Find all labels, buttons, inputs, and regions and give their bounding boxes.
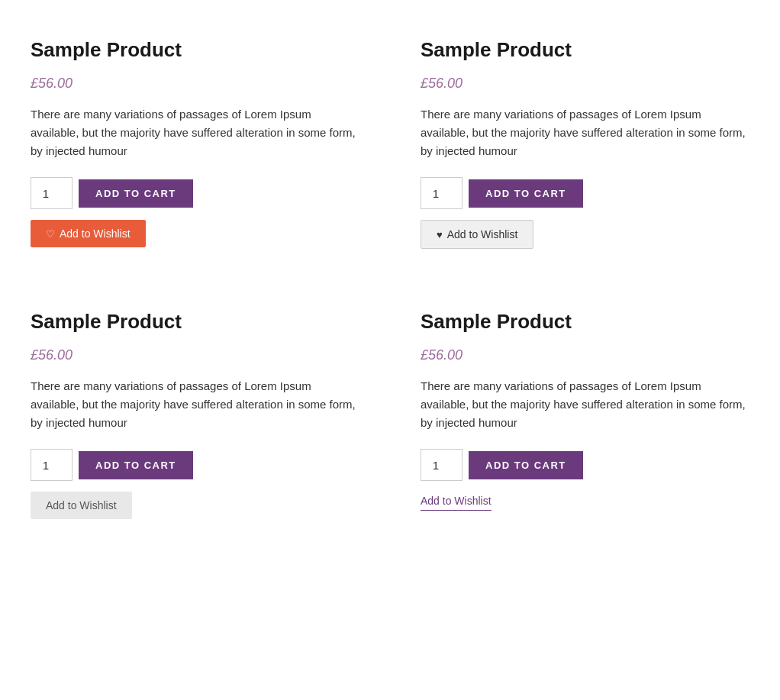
product-description-1: There are many variations of passages of… — [31, 105, 359, 160]
product-price-3: £56.00 — [31, 347, 359, 363]
wishlist-label-3: Add to Wishlist — [46, 499, 117, 511]
wishlist-label-1: Add to Wishlist — [60, 227, 131, 240]
product-price-2: £56.00 — [421, 76, 749, 92]
product-title-4: Sample Product — [421, 310, 749, 334]
product-price-4: £56.00 — [421, 347, 749, 363]
add-to-cart-button-4[interactable]: ADD TO CART — [469, 451, 583, 479]
cart-row-2: ADD TO CART — [421, 177, 749, 209]
product-description-2: There are many variations of passages of… — [421, 105, 749, 160]
wishlist-button-4[interactable]: Add to Wishlist — [421, 492, 492, 511]
cart-row-4: ADD TO CART — [421, 449, 749, 481]
products-grid: Sample Product £56.00 There are many var… — [31, 31, 749, 527]
product-price-1: £56.00 — [31, 76, 359, 92]
add-to-cart-button-2[interactable]: ADD TO CART — [469, 179, 583, 208]
wishlist-button-2[interactable]: Add to Wishlist — [421, 220, 533, 249]
add-to-cart-button-1[interactable]: ADD TO CART — [79, 179, 193, 208]
quantity-input-3[interactable] — [31, 449, 73, 481]
product-card-2: Sample Product £56.00 There are many var… — [421, 31, 749, 256]
product-card-4: Sample Product £56.00 There are many var… — [421, 302, 749, 527]
wishlist-button-3[interactable]: Add to Wishlist — [31, 492, 132, 519]
wishlist-label-4: Add to Wishlist — [421, 495, 492, 507]
product-title-3: Sample Product — [31, 310, 359, 334]
quantity-input-2[interactable] — [421, 177, 463, 209]
heart-icon-2 — [437, 229, 443, 240]
product-description-3: There are many variations of passages of… — [31, 377, 359, 432]
product-card-1: Sample Product £56.00 There are many var… — [31, 31, 359, 256]
product-title-2: Sample Product — [421, 38, 749, 62]
cart-row-1: ADD TO CART — [31, 177, 359, 209]
wishlist-label-2: Add to Wishlist — [447, 228, 518, 240]
quantity-input-1[interactable] — [31, 177, 73, 209]
heart-icon-1 — [46, 228, 55, 240]
cart-row-3: ADD TO CART — [31, 449, 359, 481]
wishlist-button-1[interactable]: Add to Wishlist — [31, 220, 146, 247]
product-description-4: There are many variations of passages of… — [421, 377, 749, 432]
add-to-cart-button-3[interactable]: ADD TO CART — [79, 451, 193, 479]
quantity-input-4[interactable] — [421, 449, 463, 481]
product-title-1: Sample Product — [31, 38, 359, 62]
product-card-3: Sample Product £56.00 There are many var… — [31, 302, 359, 527]
